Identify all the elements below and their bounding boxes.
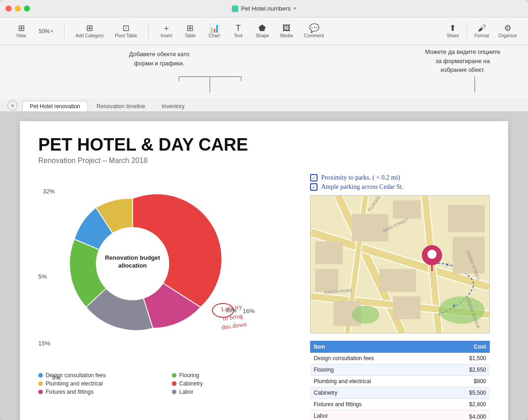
table-row: Design consultation fees $1,500 [310,353,490,364]
right-column: ✓ Proximity to parks. ( < 0.2 mi) ✓ Ampl… [310,174,490,420]
table-header-item: Item [310,341,438,353]
main-content: PET HOTEL & DAY CARE Renovation Project … [0,112,528,420]
svg-point-21 [428,250,437,259]
callout-line-left [210,76,210,93]
shape-button[interactable]: ⬟ Shape [252,22,273,40]
cost-table: Item Cost Design consultation fees $1,50… [310,341,490,420]
document: PET HOTEL & DAY CARE Renovation Project … [20,121,508,420]
content-row: 32% 5% 15% 9% 16% [38,174,490,420]
svg-rect-5 [393,200,421,219]
donut-chart[interactable]: 32% 5% 15% 9% 16% [38,174,259,368]
format-icon: 🖌 [478,24,486,32]
tab-inventory[interactable]: Inventory [154,101,192,111]
app-window: Pet Hotel.numbers ▾ ⊞ View 50% ▾ ⊞ Add C… [0,0,528,420]
comment-icon: 💬 [309,24,319,32]
callout-line-right [475,76,475,93]
pct-9: 9% [52,374,61,381]
check-label-2: Ample parking across Cedar St. [321,183,403,191]
svg-text:×: × [446,262,449,268]
checkbox-1[interactable]: ✓ [310,174,317,181]
title-bar: Pet Hotel.numbers ▾ [0,0,528,18]
legend-labor: Labor [172,389,296,395]
check-item-1: ✓ Proximity to parks. ( < 0.2 mi) [310,174,490,181]
svg-rect-4 [352,214,388,242]
text-icon: T [235,24,241,32]
chart-button[interactable]: 📊 Chart [204,22,224,40]
svg-text:allocation: allocation [118,262,147,269]
legend-dot-plumbing [38,381,43,386]
format-button[interactable]: 🖌 Format [471,22,493,40]
table-row: Fixtures and fittings $2,800 [310,399,490,410]
document-subtitle: Renovation Project – March 2018 [38,157,490,165]
table-row: Flooring $2,650 [310,364,490,376]
pct-32: 32% [43,188,55,195]
checkbox-2[interactable]: ✓ [310,183,317,191]
pct-15: 15% [38,340,50,347]
view-group: ⊞ View 50% ▾ [7,22,60,40]
callout-bracket-left [179,76,241,81]
map-svg: FILMORE ST MAIN STREET CEDAR STREET RANC… [311,196,489,333]
map-container[interactable]: FILMORE ST MAIN STREET CEDAR STREET RANC… [310,195,490,333]
table-row: Cabinetry $5,500 [310,387,490,399]
view-button[interactable]: ⊞ View [11,22,31,40]
legend-plumbing: Plumbing and electrical [38,380,163,387]
check-item-2: ✓ Ample parking across Cedar St. [310,183,490,191]
svg-rect-9 [315,269,338,292]
svg-text:Renovation budget: Renovation budget [105,254,161,261]
annotation-area: Добавете обекти катоформи и графики. Мож… [0,45,528,98]
table-row: Plumbing and electrical $800 [310,376,490,387]
table-header-cost: Cost [438,341,490,353]
legend-dot-fixtures [38,390,43,394]
legend-dot-labor [172,390,176,394]
svg-rect-7 [448,205,484,233]
comment-button[interactable]: 💬 Comment [300,22,328,40]
tab-renovation-timeline[interactable]: Renovation timeline [89,101,153,111]
legend-dot-design [38,373,43,378]
insert-group: ＋ Insert ⊞ Table 📊 Chart T Text ⬟ Shape … [153,22,331,40]
chart-legend: Design consultation fees Flooring Plumbi… [38,372,296,395]
table-row-labor: Labor $4,000 [310,410,490,420]
check-label-1: Proximity to parks. ( < 0.2 mi) [321,174,400,181]
chart-icon: 📊 [209,24,219,32]
add-sheet-button[interactable]: + [7,100,18,111]
close-button[interactable] [6,6,12,12]
sep-1 [64,23,65,40]
organize-icon: ⚙ [504,24,511,32]
tab-pet-hotel-renovation[interactable]: Pet Hotel renovation [22,101,88,111]
pct-5: 5% [38,273,47,280]
pct-23-label: 23% [226,308,236,313]
media-icon: 🖼 [282,24,291,32]
table-button[interactable]: ⊞ Table [180,22,200,40]
add-category-button[interactable]: ⊞ Add Category [72,22,107,40]
add-category-icon: ⊞ [86,24,93,32]
legend-dot-flooring [172,373,176,378]
callout-right: Можете да видите опциитеза форматиране н… [425,47,500,75]
sep-3 [467,22,467,39]
file-icon [232,6,238,12]
svg-point-14 [352,305,380,324]
pivot-table-icon: ⊡ [123,24,129,32]
svg-text:×: × [452,303,456,309]
legend-cabinetry: Cabinetry [172,380,296,387]
toolbar: ⊞ View 50% ▾ ⊞ Add Category ⊡ Pivot Tabl… [0,18,528,45]
traffic-lights [6,6,30,12]
text-button[interactable]: T Text [228,22,248,40]
zoom-control[interactable]: 50% ▾ [35,26,57,36]
legend-flooring: Flooring [172,372,296,379]
media-button[interactable]: 🖼 Media [276,22,297,40]
share-icon: ⬆ [449,24,456,32]
fullscreen-button[interactable] [24,6,30,12]
share-button[interactable]: ⬆ Share [443,22,463,40]
svg-rect-10 [379,269,416,292]
svg-rect-12 [393,297,421,320]
minimize-button[interactable] [15,6,21,12]
svg-rect-6 [315,241,343,264]
organize-button[interactable]: ⚙ Organize [494,22,521,40]
shape-icon: ⬟ [258,24,266,32]
insert-button[interactable]: ＋ Insert [156,22,176,40]
pivot-table-button[interactable]: ⊡ Pivot Table [111,22,141,40]
legend-dot-cabinetry [172,381,176,386]
table-group: ⊞ Add Category ⊡ Pivot Table [68,22,145,40]
view-icon: ⊞ [18,24,25,32]
table-icon: ⊞ [187,24,194,32]
